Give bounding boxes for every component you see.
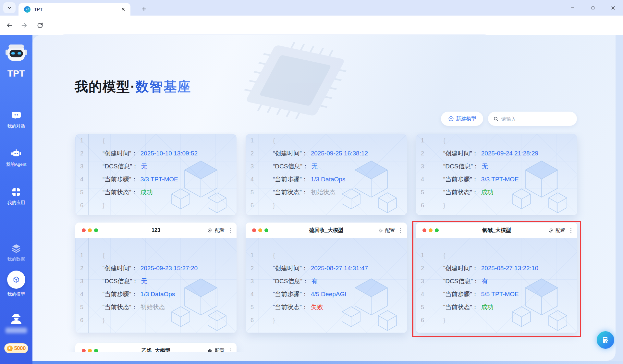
json-code-block: 1{2“创建时间”：2025-08-27 14:31:473“DCS信息”：有4… (246, 238, 407, 327)
code-content: } (103, 314, 104, 327)
window-minimize-button[interactable] (563, 0, 583, 16)
line-number: 3 (416, 275, 429, 288)
traffic-dots-icon (422, 228, 439, 232)
line-number: 4 (75, 288, 88, 301)
window-maximize-button[interactable] (583, 0, 603, 16)
page-title-accent: 数智基座 (136, 79, 191, 94)
json-brace: { (273, 252, 275, 259)
back-button[interactable] (4, 20, 15, 31)
sidebar-item-apps[interactable]: 我的应用 (0, 187, 32, 206)
browser-tab[interactable]: TPT (18, 3, 130, 16)
reload-button[interactable] (34, 20, 45, 31)
card-body: 1{2“创建时间”：2025-10-10 13:09:523“DCS信息”：无4… (75, 134, 237, 215)
config-button[interactable]: 配置 (378, 227, 395, 234)
json-key: “DCS信息”： (103, 163, 138, 170)
line-number: 5 (416, 301, 429, 314)
page-bottom-strip (32, 361, 623, 364)
compose-fab-button[interactable] (597, 331, 614, 349)
code-line: 2“创建时间”：2025-08-27 14:31:47 (246, 262, 407, 275)
json-value: 无 (482, 163, 488, 170)
forward-button[interactable] (19, 20, 30, 31)
json-code-block: 1{2“创建时间”：2025-10-10 13:09:523“DCS信息”：无4… (75, 134, 237, 212)
line-number: 3 (75, 275, 88, 288)
line-number: 3 (246, 160, 259, 173)
model-card[interactable]: 1{2“创建时间”：2025-09-25 16:38:123“DCS信息”：无4… (246, 134, 407, 215)
json-brace: { (103, 252, 104, 259)
code-line: 3“DCS信息”：无 (75, 160, 237, 173)
credit-badge[interactable]: ★ 5000 (4, 343, 28, 353)
code-line: 3“DCS信息”：有 (416, 275, 577, 288)
card-menu-icon[interactable] (228, 227, 232, 234)
model-card[interactable]: 1{2“创建时间”：2025-09-24 21:28:293“DCS信息”：无4… (416, 134, 577, 215)
line-number: 2 (416, 147, 429, 160)
json-key: “当前步骤”： (273, 291, 308, 297)
json-value: 2025-09-25 16:38:12 (311, 150, 368, 157)
json-value: 2025-10-10 13:09:52 (140, 150, 198, 157)
code-content: { (103, 134, 104, 147)
sidebar-item-model[interactable]: 我的模型 (0, 271, 32, 297)
main-panel: 我的模型·数智基座 新建模型 (32, 35, 616, 361)
tab-search-button[interactable] (3, 2, 16, 13)
code-line: 4“当前步骤”：3/3 TPT-MOE (416, 173, 577, 186)
model-card[interactable]: 1{2“创建时间”：2025-10-10 13:09:523“DCS信息”：无4… (75, 134, 237, 215)
code-line: 3“DCS信息”：无 (75, 275, 237, 288)
card-menu-icon[interactable] (569, 227, 573, 234)
tab-strip: TPT (0, 0, 623, 16)
window-close-button[interactable] (603, 0, 623, 16)
code-content: { (103, 249, 104, 262)
model-search-box[interactable] (488, 112, 577, 126)
json-key: “DCS信息”： (443, 278, 479, 285)
sidebar-item-agent[interactable]: 我的Agent (0, 148, 32, 167)
card-menu-icon[interactable] (228, 348, 232, 353)
new-model-button[interactable]: 新建模型 (441, 112, 483, 126)
plus-icon (141, 6, 147, 12)
json-key: “DCS信息”： (273, 278, 309, 285)
worker-avatar-icon (9, 311, 23, 325)
model-card[interactable]: 123 配置 1{2“创建时间 (75, 223, 237, 333)
card-actions: 配置 (378, 227, 402, 234)
line-number: 1 (416, 249, 429, 262)
config-button[interactable]: 配置 (207, 227, 225, 234)
minimize-icon (570, 6, 575, 10)
code-content: “DCS信息”：有 (273, 275, 318, 288)
code-line: 1{ (246, 249, 407, 262)
code-line: 1{ (75, 134, 237, 147)
config-label: 配置 (215, 227, 225, 234)
config-button[interactable]: 配置 (548, 227, 565, 234)
json-value: 成功 (481, 189, 494, 196)
code-line: 4“当前步骤”：5/5 TPT-MOE (416, 288, 577, 301)
code-content: “当前状态”：成功 (443, 186, 494, 199)
card-header: 氯碱_大模型 配置 (416, 223, 577, 238)
json-brace: } (273, 317, 275, 323)
card-menu-icon[interactable] (399, 227, 402, 234)
tab-close-icon[interactable] (119, 6, 127, 13)
line-number: 2 (416, 262, 429, 275)
sidebar-item-data[interactable]: 我的数据 (0, 243, 32, 262)
traffic-dots-icon (82, 228, 98, 232)
sidebar-item-chat[interactable]: 我的对话 (0, 110, 32, 129)
code-line: 2“创建时间”：2025-10-10 13:09:52 (75, 147, 237, 160)
new-tab-button[interactable] (139, 4, 149, 14)
code-content: } (443, 314, 445, 327)
config-button[interactable]: 配置 (207, 348, 225, 353)
json-value: 失败 (311, 304, 323, 310)
code-line: 6} (75, 199, 237, 212)
code-content: } (273, 314, 275, 327)
code-line: 5“当前状态”：初始状态 (75, 301, 237, 314)
model-card[interactable]: 乙烯_大模型 配置 1{2“创 (75, 343, 237, 352)
json-code-block: 1{2“创建时间”：2025-08-27 13:22:103“DCS信息”：有4… (416, 238, 577, 327)
plus-circle-icon (448, 116, 454, 122)
line-number: 1 (246, 249, 259, 262)
model-card[interactable]: 硫回收_大模型 配置 1{2“ (246, 223, 407, 333)
search-input[interactable] (501, 116, 572, 122)
cube-icon (11, 275, 21, 285)
model-card[interactable]: 氯碱_大模型 配置 1{2“创 (416, 223, 577, 333)
user-avatar[interactable] (0, 311, 32, 325)
layers-icon (11, 243, 21, 254)
json-key: “当前状态”： (443, 189, 478, 196)
json-value: 成功 (140, 189, 153, 196)
line-number: 5 (246, 186, 259, 199)
code-content: “当前步骤”：1/3 DataOps (273, 173, 345, 186)
card-actions: 配置 (207, 348, 232, 353)
json-value: 3/3 TPT-MOE (481, 176, 519, 183)
